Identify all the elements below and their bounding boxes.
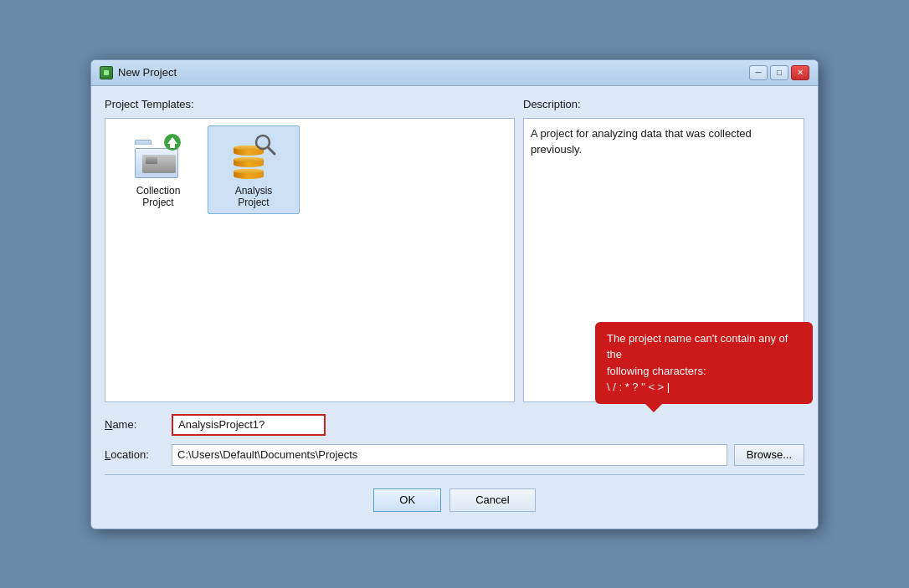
collection-project-icon bbox=[133, 131, 183, 182]
name-row: NName:ame: The project name can't contai… bbox=[105, 414, 804, 436]
name-input-container: The project name can't contain any of th… bbox=[172, 414, 804, 436]
green-arrow-icon bbox=[163, 133, 182, 151]
name-label: NName:ame: bbox=[105, 418, 172, 431]
description-label: Description: bbox=[523, 98, 804, 110]
title-buttons: ─ □ ✕ bbox=[749, 65, 809, 80]
location-input[interactable] bbox=[172, 444, 727, 466]
templates-section: Collection Project bbox=[105, 118, 515, 402]
template-item-analysis[interactable]: Analysis Project bbox=[208, 125, 300, 214]
window-title: New Project bbox=[118, 66, 177, 79]
cancel-button[interactable]: Cancel bbox=[449, 488, 535, 512]
collection-project-label: Collection Project bbox=[123, 185, 193, 208]
location-label: Location: bbox=[105, 448, 172, 461]
ok-button[interactable]: OK bbox=[373, 488, 441, 512]
project-templates-label: Project Templates: bbox=[105, 98, 515, 110]
button-row: OK Cancel bbox=[105, 483, 804, 517]
description-label-wrapper: Description: bbox=[523, 98, 804, 115]
maximize-button[interactable]: □ bbox=[770, 65, 788, 80]
template-item-collection[interactable]: Collection Project bbox=[112, 125, 204, 214]
minimize-button[interactable]: ─ bbox=[749, 65, 768, 80]
templates-label-wrapper: Project Templates: bbox=[105, 98, 515, 115]
browse-button[interactable]: Browse... bbox=[734, 444, 804, 466]
name-input[interactable] bbox=[172, 414, 326, 436]
dialog-window: New Project ─ □ ✕ Project Templates: Des… bbox=[90, 59, 819, 529]
analysis-project-icon bbox=[229, 131, 279, 182]
templates-grid: Collection Project bbox=[105, 119, 514, 221]
magnifier-icon bbox=[254, 133, 277, 156]
close-button[interactable]: ✕ bbox=[791, 65, 809, 80]
separator bbox=[105, 474, 804, 475]
analysis-project-label: Analysis Project bbox=[218, 185, 289, 208]
error-tooltip: The project name can't contain any of th… bbox=[595, 322, 813, 404]
templates-panel: Collection Project bbox=[105, 118, 515, 402]
title-bar: New Project ─ □ ✕ bbox=[91, 60, 818, 86]
title-bar-left: New Project bbox=[100, 66, 177, 79]
svg-line-3 bbox=[268, 147, 275, 154]
window-icon bbox=[100, 66, 113, 79]
panel-labels-row: Project Templates: Description: bbox=[105, 98, 804, 115]
dialog-body: Project Templates: Description: bbox=[91, 86, 818, 529]
description-text: A project for analyzing data that was co… bbox=[531, 127, 752, 156]
location-row: Location: Browse... bbox=[105, 444, 804, 466]
